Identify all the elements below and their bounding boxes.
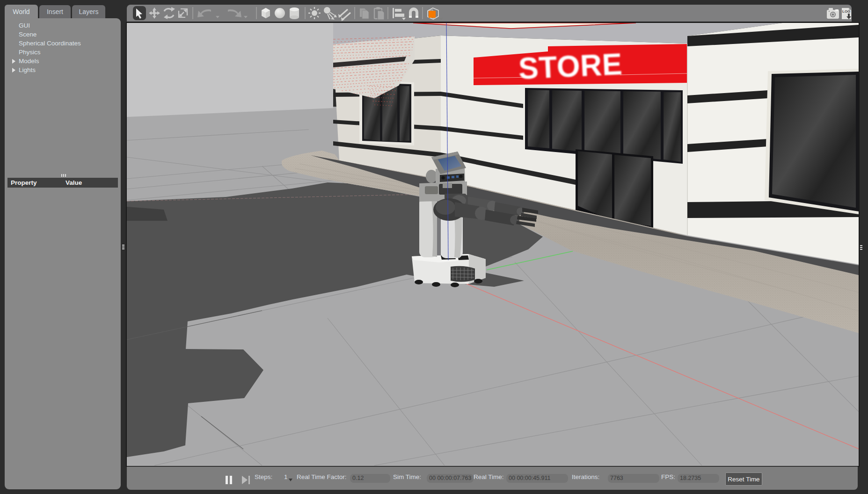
svg-text:STORE: STORE (518, 47, 623, 86)
svg-text:LOG: LOG (842, 9, 850, 14)
